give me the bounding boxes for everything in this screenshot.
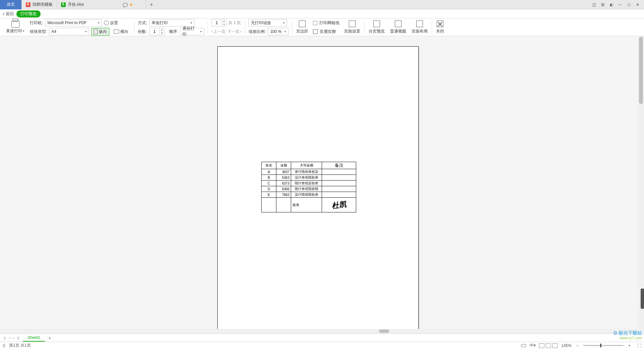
page-layout-button[interactable]: 页面布局 (409, 18, 430, 36)
sheet-nav: |‹ ‹ › ›| (0, 336, 23, 340)
header-footer-icon (313, 29, 318, 34)
zoom-slider[interactable] (583, 345, 624, 346)
reading-mode-icon[interactable]: ⎙ (3, 343, 5, 348)
page-total-label: 共 1 页 (228, 20, 241, 26)
preview-area: 姓名 金额 大写金额 备注 A3637叁仟陆佰叁拾柒 B5363伍仟叁佰陆拾叁 … (0, 36, 638, 334)
direct-print-button[interactable]: 直接打印▾ (3, 21, 28, 34)
spreadsheet-icon (61, 2, 66, 7)
docer-icon (26, 2, 31, 7)
copies-input[interactable] (150, 28, 160, 35)
close-window-button[interactable]: ✕ (634, 1, 641, 8)
page-spinner[interactable]: ▲▼ (211, 19, 226, 27)
sheet-prev-button[interactable]: ‹ (8, 336, 11, 340)
page-setup-icon (349, 20, 356, 27)
sheet-next-button[interactable]: › (12, 336, 15, 340)
sheet-last-button[interactable]: ›| (16, 336, 20, 340)
sheet-add-button[interactable]: + (45, 335, 54, 341)
mode-label: 方式: (138, 20, 147, 26)
message-icon: 💬 (123, 3, 127, 7)
tab-file[interactable]: 月份.xlsx 💬 (57, 0, 146, 9)
minimize-button[interactable]: — (616, 1, 624, 8)
table-approve-row: 批准 杜凯 (262, 198, 356, 212)
back-button[interactable]: 返回 (3, 11, 14, 17)
tab-templates-label: 找稻壳模板 (33, 2, 53, 7)
printer-select[interactable]: Microsoft Print to PDF▾ (45, 19, 102, 27)
lang-indicator[interactable]: 中▾ (530, 343, 536, 348)
signature-cell: 杜凯 (322, 198, 356, 212)
printer-settings-button[interactable]: 设置 (104, 20, 118, 26)
watermark: G 极光下载站 www.xz7.com (613, 330, 642, 340)
window-controls: ◫ ⊞ ◐ — ◻ ✕ (590, 1, 644, 8)
page-input[interactable] (212, 19, 222, 26)
vscroll-thumb[interactable] (639, 37, 643, 104)
tab-add-button[interactable]: + (146, 2, 157, 8)
tab-home-label: 首页 (7, 2, 15, 7)
view-normal-button[interactable] (539, 343, 544, 348)
table-row: C6373陆仟叁佰柒拾叁 (262, 181, 356, 186)
zoom-out-button[interactable]: − (575, 343, 580, 348)
copies-down[interactable]: ▼ (160, 32, 164, 35)
page-down[interactable]: ▼ (222, 23, 226, 26)
page-info: 第1页 共1页 (9, 343, 31, 348)
scale-label: 缩放比例: (249, 29, 266, 35)
th-caps: 大写金额 (291, 162, 322, 169)
printer-icon (11, 21, 19, 28)
table-row: A3637叁仟陆佰叁拾柒 (262, 169, 356, 175)
mode-select[interactable]: 单面打印▾ (149, 19, 195, 27)
page-preview: 姓名 金额 大写金额 备注 A3637叁仟陆佰叁拾柒 B5363伍仟叁佰陆拾叁 … (217, 46, 419, 330)
scale-select[interactable]: 100 %▾ (268, 28, 288, 35)
margins-label: 页边距 (296, 29, 308, 34)
th-name: 姓名 (262, 162, 276, 169)
hscroll-thumb[interactable] (379, 330, 389, 333)
copies-up[interactable]: ▲ (160, 28, 164, 32)
mode-pill: 打印预览 (16, 10, 41, 17)
page-break-button[interactable]: 分页预览 (366, 18, 387, 36)
view-pagelayout-button[interactable] (546, 343, 551, 348)
data-table: 姓名 金额 大写金额 备注 A3637叁仟陆佰叁拾柒 B5363伍仟叁佰陆拾叁 … (261, 162, 356, 212)
toolbar: 直接打印▾ 打印机: Microsoft Print to PDF▾ 设置 纸张… (0, 18, 644, 36)
tab-home[interactable]: 首页 (0, 0, 22, 9)
paper-select[interactable]: A4▾ (49, 28, 89, 35)
zoom-in-button[interactable]: + (627, 343, 632, 348)
th-note: 备注 (322, 162, 356, 169)
close-preview-button[interactable]: 关闭 (433, 18, 447, 36)
normal-view-button[interactable]: 普通视图 (387, 18, 409, 36)
close-icon (437, 20, 443, 27)
sheet-tab[interactable]: Sheet1 (23, 334, 45, 342)
table-row: B5363伍仟叁佰陆拾叁 (262, 175, 356, 181)
landscape-icon (114, 30, 119, 34)
gridlines-checkbox[interactable] (313, 21, 317, 25)
skin-icon[interactable]: ◐ (608, 1, 615, 8)
orientation-landscape-button[interactable]: 横向 (111, 28, 131, 36)
header-footer-button[interactable]: 页眉页脚 (320, 29, 336, 35)
prev-page-button[interactable]: ‹ 上一页 (211, 29, 225, 35)
side-panel-handle[interactable] (641, 289, 644, 309)
page-layout-label: 页面布局 (412, 29, 428, 34)
tab-bar: 首页 找稻壳模板 月份.xlsx 💬 + ◫ ⊞ ◐ — ◻ ✕ (0, 0, 644, 9)
printer-label: 打印机: (30, 20, 43, 26)
horizontal-scrollbar[interactable] (0, 329, 638, 334)
orientation-portrait-button[interactable]: 纵向 (91, 28, 109, 36)
gridlines-label: 打印网格线 (319, 20, 339, 26)
eye-icon[interactable] (521, 344, 526, 347)
page-up[interactable]: ▲ (222, 19, 226, 23)
scale-mode-select[interactable]: 无打印缩放▾ (249, 19, 287, 27)
zoom-label[interactable]: 145% (561, 343, 572, 348)
layout-icon[interactable]: ◫ (590, 1, 598, 8)
th-amount: 金额 (276, 162, 291, 169)
page-setup-button[interactable]: 页面设置 (341, 18, 363, 36)
tab-templates[interactable]: 找稻壳模板 (22, 0, 57, 9)
view-pagebreak-button[interactable] (552, 343, 558, 348)
order-select[interactable]: 逐份打印▾ (180, 28, 204, 35)
normal-view-icon (395, 20, 401, 27)
maximize-button[interactable]: ◻ (625, 1, 633, 8)
next-page-button[interactable]: 下一页 › (227, 29, 241, 35)
page-layout-icon (416, 20, 423, 27)
apps-icon[interactable]: ⊞ (599, 1, 606, 8)
table-row: E7663柒仟陆佰陆拾叁 (262, 192, 356, 198)
sheet-first-button[interactable]: |‹ (3, 336, 7, 340)
zoom-thumb[interactable] (600, 344, 601, 347)
copies-spinner[interactable]: ▲▼ (149, 28, 164, 35)
margins-button[interactable]: 页边距 (293, 18, 311, 36)
fullscreen-button[interactable]: ⛶ (637, 343, 641, 348)
